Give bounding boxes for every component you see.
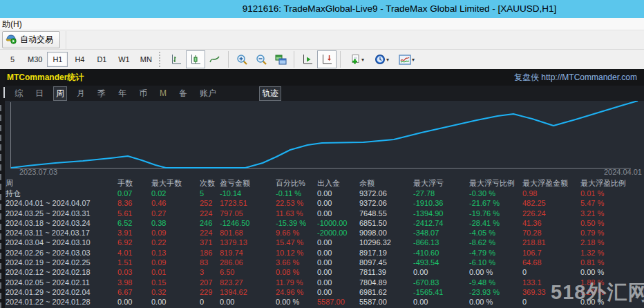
templates-icon[interactable]: ▾: [394, 50, 419, 68]
column-header-max-float-loss-ratio: 最大浮亏比例: [469, 178, 522, 189]
cell-max-float-loss-ratio: -4.05 %: [469, 228, 522, 238]
panel-tab-M[interactable]: M: [157, 87, 169, 99]
timeframe-button-M30[interactable]: M30: [24, 52, 46, 67]
cell-balance: 7811.39: [359, 267, 413, 277]
panel-tab-综[interactable]: 综: [12, 86, 26, 101]
cell-balance: 9098.00: [359, 228, 413, 238]
cell-max-float-profit-ratio: 5.47 %: [580, 198, 644, 208]
zoom-in-icon[interactable]: [232, 50, 252, 68]
cell-max-float-loss-ratio: -19.76 %: [469, 209, 522, 218]
autotrading-label: 自动交易: [20, 34, 53, 46]
cell-deposit: 0.00: [317, 209, 359, 218]
cell-max-float-loss: -493.54: [413, 258, 469, 267]
cell-max-lots: 0.01: [151, 267, 200, 277]
auto-scroll-icon[interactable]: [298, 50, 317, 68]
line-chart-icon[interactable]: [205, 50, 225, 68]
panel-site-link[interactable]: 复盘侠 http://MTCommander.com: [514, 72, 637, 84]
bar-chart-icon[interactable]: [167, 50, 186, 68]
candlestick-icon[interactable]: [186, 50, 205, 68]
timeframe-button-5[interactable]: 5: [2, 52, 23, 67]
cell-max-lots: 0.32: [151, 287, 200, 297]
panel-tab-轨迹[interactable]: 轨迹: [259, 86, 281, 101]
chevron-down-icon: ▾: [412, 57, 415, 63]
table-row[interactable]: 2024.03.25 ~ 2024.03.315.610.27224797.05…: [0, 209, 644, 218]
menu-help[interactable]: 助(H): [2, 19, 22, 29]
timeframe-button-W1[interactable]: W1: [113, 52, 134, 67]
cell-max-float-loss: -2412.74: [413, 218, 469, 228]
panel-tab-备[interactable]: 备: [176, 86, 190, 101]
chart-shift-icon[interactable]: [317, 50, 337, 68]
table-row[interactable]: 2024.02.26 ~ 2024.03.034.010.13186819.74…: [0, 248, 644, 258]
table-row[interactable]: 2024.03.11 ~ 2024.03.173.910.09224801.68…: [0, 228, 644, 238]
table-row[interactable]: 2024.03.04 ~ 2024.03.106.920.223711379.1…: [0, 238, 644, 247]
cell-balance: 7804.89: [359, 278, 413, 287]
cell-max-lots: 0.13: [151, 248, 200, 258]
cell-max-float-profit: 482.25: [522, 198, 580, 208]
panel-tab-季[interactable]: 季: [95, 86, 108, 101]
panel-tab-bar: 综日周月季年币M备账户轨迹: [0, 86, 644, 101]
cell-max-lots: 0.27: [151, 209, 200, 218]
cell-lots: 8.36: [117, 198, 151, 208]
cell-max-float-loss: -866.13: [413, 238, 469, 247]
cell-lots: 3.91: [117, 228, 151, 238]
tile-windows-icon[interactable]: [271, 50, 290, 68]
cell-period: 2024.03.25 ~ 2024.03.31: [6, 209, 117, 218]
cell-period: 2024.02.19 ~ 2024.02.25: [6, 258, 117, 267]
cell-max-float-loss-ratio: 0.00 %: [469, 297, 522, 307]
window-title: 9121616: TradeMaxGlobal-Live9 - TradeMax…: [207, 0, 591, 18]
new-chart-icon[interactable]: ▾: [344, 50, 369, 68]
timeframe-button-MN[interactable]: MN: [135, 52, 156, 67]
menu-bar: 助(H): [0, 18, 644, 30]
cell-percent: 11.63 %: [276, 209, 317, 218]
period-clock-icon[interactable]: ▾: [369, 50, 394, 68]
cell-max-float-profit-ratio: 0.00 %: [580, 267, 644, 277]
cell-count: 371: [200, 238, 220, 247]
cell-max-float-profit-ratio: 0.50 %: [580, 218, 644, 228]
timeframe-button-H1[interactable]: H1: [47, 52, 68, 67]
cell-balance: 9372.06: [359, 198, 413, 208]
table-row[interactable]: 2024.01.22 ~ 2024.01.280.000.0000.000.00…: [0, 297, 644, 307]
table-row[interactable]: 持仓0.070.025-10.14-0.11 %0.009372.06-27.7…: [0, 189, 644, 198]
panel-tab-年[interactable]: 年: [115, 86, 129, 101]
cell-balance: 8917.19: [359, 248, 413, 258]
cell-max-lots: 0.15: [151, 278, 200, 287]
cell-lots: 4.01: [117, 248, 151, 258]
cell-count: 252: [200, 198, 220, 208]
panel-tab-周[interactable]: 周: [53, 86, 67, 101]
autotrading-button[interactable]: 自动交易: [2, 31, 60, 48]
cell-pnl: 0.00: [220, 297, 276, 307]
panel-tab-账户[interactable]: 账户: [197, 86, 219, 101]
table-row[interactable]: 2024.04.01 ~ 2024.04.078.360.462521723.5…: [0, 198, 644, 208]
cell-period: 2024.01.22 ~ 2024.01.28: [6, 297, 117, 307]
panel-tab-日[interactable]: 日: [32, 86, 46, 101]
panel-tab-币[interactable]: 币: [136, 86, 150, 101]
cell-percent: 11.79 %: [276, 278, 317, 287]
table-row[interactable]: 2024.02.05 ~ 2024.02.113.980.15207823.27…: [0, 278, 644, 287]
cell-max-float-loss-ratio: -8.62 %: [469, 238, 522, 247]
panel-header: MTCommander统计 复盘侠 http://MTCommander.com: [0, 69, 644, 86]
cell-lots: 1.51: [117, 258, 151, 267]
chart-start-date: 2023.07.03: [19, 168, 57, 176]
cell-max-float-profit: 0: [522, 267, 580, 277]
cell-lots: 5.61: [117, 209, 151, 218]
panel-title: MTCommander统计: [7, 72, 84, 84]
zoom-out-icon[interactable]: [252, 50, 271, 68]
cell-max-float-loss-ratio: -4.79 %: [469, 248, 522, 258]
toolbar-drag-handle[interactable]: [159, 52, 163, 67]
cell-max-lots: 0.09: [151, 228, 200, 238]
cell-max-float-loss-ratio: -9.48 %: [469, 278, 522, 287]
timeframe-button-H4[interactable]: H4: [69, 52, 90, 67]
table-row[interactable]: 2024.01.29 ~ 2024.02.046.670.322291394.6…: [0, 287, 644, 297]
cell-max-lots: 0.09: [151, 258, 200, 267]
cell-max-float-profit: 70.28: [522, 228, 580, 238]
cell-pnl: 286.06: [220, 258, 276, 267]
cell-max-float-loss: -410.60: [413, 248, 469, 258]
cell-max-float-profit: 41.36: [522, 218, 580, 228]
table-row[interactable]: 2024.02.12 ~ 2024.02.180.030.0136.500.08…: [0, 267, 644, 277]
table-row[interactable]: 2024.02.19 ~ 2024.02.251.510.0983286.063…: [0, 258, 644, 267]
cell-max-float-profit: 0.98: [522, 189, 580, 198]
timeframe-button-D1[interactable]: D1: [91, 52, 112, 67]
table-row[interactable]: 2024.03.18 ~ 2024.03.246.520.38246-1246.…: [0, 218, 644, 228]
panel-tab-月[interactable]: 月: [74, 86, 88, 101]
cell-max-float-profit: 226.24: [522, 209, 580, 218]
